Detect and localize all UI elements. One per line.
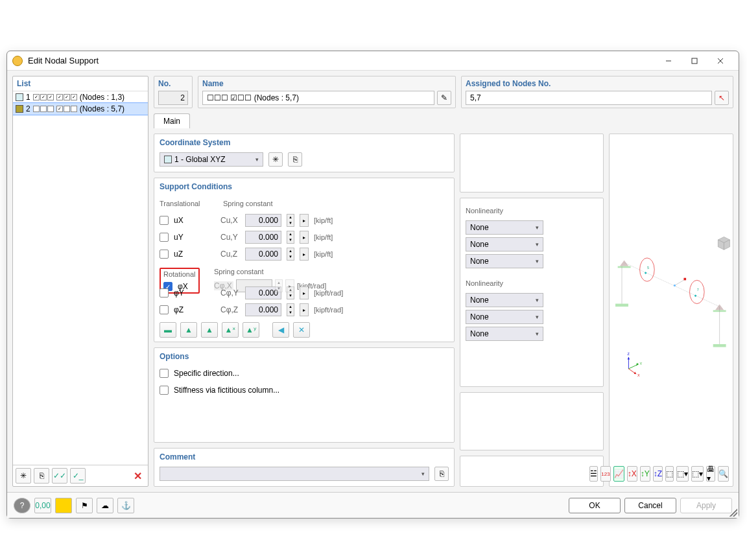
spinner[interactable]: ▲▼ — [287, 248, 294, 261]
uz-spring-input[interactable] — [245, 248, 281, 261]
render-icon[interactable]: ☁ — [97, 498, 113, 513]
help-icon[interactable]: ? — [14, 498, 30, 513]
color-swatch — [16, 105, 23, 113]
comment-combo[interactable]: ▾ — [160, 467, 429, 481]
edit-name-icon[interactable]: ✎ — [437, 91, 451, 105]
svg-rect-21 — [674, 285, 676, 286]
edit-cs-icon[interactable]: ⎘ — [288, 152, 302, 167]
svg-rect-13 — [713, 344, 726, 347]
support-preset-3-icon[interactable]: ▲ — [201, 322, 218, 338]
coord-system-combo[interactable]: 1 - Global XYZ ▾ — [160, 152, 263, 167]
phiz-check[interactable] — [160, 305, 169, 314]
support-preset-1-icon[interactable]: ▬ — [160, 322, 176, 338]
options-spacer — [460, 392, 604, 451]
uz-nonlin-combo[interactable]: None▾ — [466, 254, 543, 268]
color-icon[interactable] — [55, 498, 72, 513]
svg-rect-1 — [692, 58, 697, 64]
spinner[interactable]: ▲▼ — [287, 303, 294, 316]
view-y-icon[interactable]: ↕Y — [640, 466, 650, 482]
display-icon[interactable]: ⚑ — [76, 498, 93, 513]
phiz-nonlin-combo[interactable]: None▾ — [466, 327, 543, 341]
uz-check[interactable] — [160, 250, 169, 259]
dialog-window: Edit Nodal Support List 1 ✓✓✓ ✓✓✓ (Nodes… — [6, 51, 739, 519]
more-icon[interactable]: ▸ — [300, 214, 309, 227]
support-preset-5-icon[interactable]: ▲ʸ — [243, 322, 259, 338]
specific-dir-check[interactable] — [160, 369, 169, 378]
support-preset-6-icon[interactable]: ◀ — [272, 322, 289, 338]
uy-nonlin-combo[interactable]: None▾ — [466, 237, 543, 251]
anchor-icon[interactable]: ⚓ — [117, 498, 134, 513]
view-iso-icon[interactable]: ⬚ — [665, 466, 674, 482]
assigned-field: Assigned to Nodes No. ↖ — [461, 76, 733, 108]
units-icon[interactable]: 0,00 — [34, 498, 51, 513]
support-preset-4-icon[interactable]: ▲ˣ — [222, 322, 239, 338]
ux-spring-input[interactable] — [245, 214, 281, 227]
copy-icon[interactable]: ⎘ — [34, 468, 49, 484]
svg-text:Z: Z — [628, 352, 630, 356]
svg-marker-8 — [620, 261, 629, 266]
support-preset-2-icon[interactable]: ▲ — [180, 322, 197, 338]
more-icon[interactable]: ▸ — [300, 286, 309, 299]
reset-view-icon[interactable]: 🔍 — [718, 466, 729, 482]
ok-button[interactable]: OK — [569, 498, 621, 513]
phiy-nonlin-combo[interactable]: None▾ — [466, 310, 543, 324]
cancel-button[interactable]: Cancel — [624, 498, 676, 513]
list-toolbar: ✳ ⎘ ✓✓ ✓_ ✕ — [13, 465, 148, 486]
preview-3d[interactable]: 5 7 Z Y X ☱ 123 — [609, 134, 733, 487]
view-x-icon[interactable]: ↕X — [627, 466, 637, 482]
more-icon[interactable]: ▸ — [300, 231, 309, 244]
check-all-icon[interactable]: ✓✓ — [52, 468, 67, 484]
no-input[interactable] — [158, 91, 188, 105]
minimize-button[interactable] — [656, 52, 682, 70]
close-button[interactable] — [707, 52, 733, 70]
name-field: Name ✎ — [198, 76, 456, 108]
view-cube-icon[interactable] — [718, 237, 729, 250]
svg-line-14 — [624, 262, 720, 307]
uncheck-all-icon[interactable]: ✓_ — [70, 468, 86, 484]
more-icon: ▸ — [285, 279, 294, 292]
view-z-icon[interactable]: ↕Z — [653, 466, 663, 482]
new-icon[interactable]: ✳ — [16, 468, 31, 484]
name-input[interactable] — [202, 91, 434, 105]
list-pane: List 1 ✓✓✓ ✓✓✓ (Nodes : 1,3) 2 ✓ (Nodes … — [12, 76, 148, 487]
uy-spring-input[interactable] — [245, 231, 281, 244]
assigned-input[interactable] — [466, 91, 712, 105]
spinner[interactable]: ▲▼ — [287, 214, 294, 227]
list-row[interactable]: 1 ✓✓✓ ✓✓✓ (Nodes : 1,3) — [13, 91, 148, 103]
svg-point-23 — [690, 280, 705, 303]
tab-main[interactable]: Main — [154, 113, 190, 128]
preview-toolbar: ☱ 123 📈 ↕X ↕Y ↕Z ⬚ ⬚▾ ⬚▾ 🖶▾ 🔍 — [613, 465, 729, 482]
view-graph-icon[interactable]: 📈 — [613, 466, 624, 482]
new-cs-icon[interactable]: ✳ — [268, 152, 283, 167]
view-wire-icon[interactable]: ⬚▾ — [691, 466, 704, 482]
color-swatch — [16, 93, 23, 101]
view-persp-icon[interactable]: ⬚▾ — [676, 466, 689, 482]
apply-button[interactable]: Apply — [680, 498, 732, 513]
uy-check[interactable] — [160, 233, 169, 242]
print-icon[interactable]: 🖶▾ — [706, 466, 715, 482]
ux-nonlin-combo[interactable]: None▾ — [466, 220, 543, 235]
resize-grip[interactable] — [729, 509, 737, 517]
pick-nodes-icon[interactable]: ↖ — [715, 91, 729, 105]
svg-text:Y: Y — [640, 362, 643, 366]
maximize-button[interactable] — [682, 52, 707, 70]
list-row[interactable]: 2 ✓ (Nodes : 5,7) — [13, 103, 148, 115]
titlebar: Edit Nodal Support — [7, 51, 739, 71]
no-field: No. — [154, 76, 193, 108]
spinner[interactable]: ▲▼ — [287, 231, 294, 244]
comment-lib-icon[interactable]: ⎘ — [434, 467, 449, 481]
phiy-check[interactable] — [160, 288, 169, 298]
phiz-spring-input[interactable] — [245, 303, 281, 316]
support-preset-7-icon[interactable]: ✕ — [293, 322, 310, 338]
fictitious-col-check[interactable] — [160, 386, 169, 395]
delete-icon[interactable]: ✕ — [130, 468, 145, 484]
more-icon[interactable]: ▸ — [300, 303, 309, 316]
more-icon[interactable]: ▸ — [300, 248, 309, 261]
view-123-icon[interactable]: 123 — [600, 466, 610, 482]
phix-nonlin-combo[interactable]: None▾ — [466, 293, 543, 307]
show-numbers-icon[interactable]: ☱ — [589, 466, 598, 482]
svg-rect-18 — [683, 278, 686, 281]
svg-rect-20 — [694, 294, 697, 297]
nonlinearity-panel: Nonlinearity None▾ None▾ None▾ Nonlinear… — [460, 198, 604, 387]
ux-check[interactable] — [160, 216, 169, 225]
